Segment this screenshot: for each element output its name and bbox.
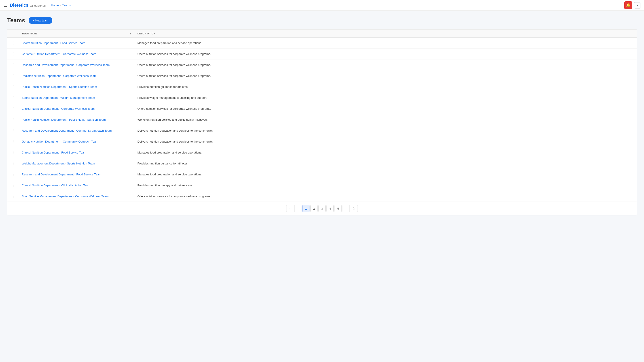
row-team-name: Weight Management Department - Sports Nu…	[19, 158, 126, 169]
row-description: Manages food preparation and service ope…	[134, 169, 636, 180]
breadcrumb: Home » Teams	[51, 3, 71, 7]
row-menu-cell: ⋮	[8, 180, 19, 191]
table-row: ⋮Research and Development Department - C…	[8, 59, 636, 70]
row-menu-button[interactable]: ⋮	[10, 171, 16, 177]
col-header-filter[interactable]: ▼	[126, 29, 134, 37]
pagination-next[interactable]: ›	[342, 205, 350, 212]
row-menu-button[interactable]: ⋮	[10, 138, 16, 145]
team-link[interactable]: Clinical Nutrition Department - Corporat…	[22, 107, 94, 110]
pagination-page-5[interactable]: 5	[334, 205, 342, 212]
row-filter-cell	[126, 114, 134, 125]
row-menu-button[interactable]: ⋮	[10, 149, 16, 156]
row-menu-cell: ⋮	[8, 125, 19, 136]
row-menu-cell: ⋮	[8, 136, 19, 147]
breadcrumb-current: Teams	[62, 3, 71, 7]
col-header-description: DESCRIPTION	[134, 29, 636, 37]
row-menu-button[interactable]: ⋮	[10, 160, 16, 166]
team-link[interactable]: Research and Development Department - Co…	[22, 63, 110, 67]
notifications-button[interactable]: 🔔	[624, 1, 632, 9]
row-menu-cell: ⋮	[8, 169, 19, 180]
table-row: ⋮Clinical Nutrition Department - Food Se…	[8, 147, 636, 158]
team-link[interactable]: Sports Nutrition Department - Food Servi…	[22, 41, 85, 45]
table-row: ⋮Clinical Nutrition Department - Corpora…	[8, 103, 636, 114]
page-header: Teams + New team	[7, 17, 637, 24]
row-team-name: Clinical Nutrition Department - Food Ser…	[19, 147, 126, 158]
row-team-name: Research and Development Department - Co…	[19, 125, 126, 136]
pagination-last[interactable]: ⟩|	[350, 205, 358, 212]
row-menu-button[interactable]: ⋮	[10, 127, 16, 134]
row-menu-cell: ⋮	[8, 70, 19, 81]
row-team-name: Sports Nutrition Department - Food Servi…	[19, 37, 126, 48]
team-link[interactable]: Pediatric Nutrition Department - Corpora…	[22, 74, 96, 77]
row-menu-button[interactable]: ⋮	[10, 105, 16, 112]
page-content: Teams + New team TEAM NAME ▼ DESCRIPTION	[0, 11, 644, 222]
pagination-first[interactable]: ⟨	[286, 205, 294, 212]
pagination-page-4[interactable]: 4	[326, 205, 334, 212]
table-row: ⋮Research and Development Department - C…	[8, 125, 636, 136]
row-description: Provides nutrition therapy and patient c…	[134, 180, 636, 191]
col-header-teamname: TEAM NAME	[19, 29, 126, 37]
row-description: Provides weight management counseling an…	[134, 92, 636, 103]
row-description: Works on nutrition policies and public h…	[134, 114, 636, 125]
row-team-name: Public Health Nutrition Department - Spo…	[19, 81, 126, 92]
row-menu-button[interactable]: ⋮	[10, 40, 16, 46]
pagination-page-3[interactable]: 3	[318, 205, 326, 212]
row-filter-cell	[126, 92, 134, 103]
row-filter-cell	[126, 48, 134, 59]
team-link[interactable]: Food Service Management Department - Cor…	[22, 195, 108, 198]
table-row: ⋮Public Health Nutrition Department - Sp…	[8, 81, 636, 92]
pagination-prev[interactable]: ‹	[294, 205, 302, 212]
row-menu-button[interactable]: ⋮	[10, 116, 16, 123]
brand: Dietetics OfficeSeries	[10, 3, 46, 8]
table-row: ⋮Sports Nutrition Department - Weight Ma…	[8, 92, 636, 103]
team-link[interactable]: Geriatric Nutrition Department - Corpora…	[22, 52, 96, 56]
menu-icon[interactable]: ☰	[4, 3, 7, 8]
team-link[interactable]: Research and Development Department - Co…	[22, 129, 112, 132]
row-menu-button[interactable]: ⋮	[10, 73, 16, 79]
pagination-page-1[interactable]: 1	[302, 205, 310, 212]
new-team-button[interactable]: + New team	[28, 17, 52, 24]
filter-icon[interactable]: ▼	[129, 32, 132, 35]
team-link[interactable]: Public Health Nutrition Department - Spo…	[22, 85, 97, 88]
row-menu-cell: ⋮	[8, 59, 19, 70]
row-menu-button[interactable]: ⋮	[10, 193, 16, 199]
row-filter-cell	[126, 191, 134, 202]
row-filter-cell	[126, 180, 134, 191]
team-link[interactable]: Weight Management Department - Sports Nu…	[22, 162, 95, 165]
row-menu-button[interactable]: ⋮	[10, 182, 16, 188]
row-menu-button[interactable]: ⋮	[10, 84, 16, 90]
brand-sub: OfficeSeries	[30, 4, 46, 7]
row-menu-button[interactable]: ⋮	[10, 94, 16, 101]
table-row: ⋮Public Health Nutrition Department - Pu…	[8, 114, 636, 125]
row-menu-cell: ⋮	[8, 114, 19, 125]
row-description: Offers nutrition services for corporate …	[134, 48, 636, 59]
row-menu-button[interactable]: ⋮	[10, 51, 16, 57]
row-description: Manages food preparation and service ope…	[134, 37, 636, 48]
table-row: ⋮Sports Nutrition Department - Food Serv…	[8, 37, 636, 48]
row-filter-cell	[126, 136, 134, 147]
user-dropdown[interactable]: ▼	[634, 2, 640, 8]
row-menu-cell: ⋮	[8, 37, 19, 48]
team-link[interactable]: Clinical Nutrition Department - Food Ser…	[22, 151, 86, 154]
breadcrumb-home[interactable]: Home	[51, 3, 59, 7]
breadcrumb-sep: »	[60, 3, 61, 7]
row-menu-button[interactable]: ⋮	[10, 62, 16, 68]
row-filter-cell	[126, 158, 134, 169]
row-team-name: Sports Nutrition Department - Weight Man…	[19, 92, 126, 103]
team-link[interactable]: Public Health Nutrition Department - Pub…	[22, 118, 106, 121]
team-link[interactable]: Clinical Nutrition Department - Clinical…	[22, 184, 90, 187]
pagination-page-2[interactable]: 2	[310, 205, 318, 212]
team-link[interactable]: Sports Nutrition Department - Weight Man…	[22, 96, 95, 99]
teams-table-container: TEAM NAME ▼ DESCRIPTION ⋮Sports Nutritio…	[7, 29, 637, 215]
row-menu-cell: ⋮	[8, 103, 19, 114]
row-filter-cell	[126, 81, 134, 92]
row-description: Provides nutrition guidance for athletes…	[134, 81, 636, 92]
row-menu-cell: ⋮	[8, 158, 19, 169]
team-link[interactable]: Geriatric Nutrition Department - Communi…	[22, 140, 98, 143]
row-filter-cell	[126, 37, 134, 48]
table-row: ⋮Food Service Management Department - Co…	[8, 191, 636, 202]
table-header: TEAM NAME ▼ DESCRIPTION	[8, 29, 636, 37]
team-link[interactable]: Research and Development Department - Fo…	[22, 173, 101, 176]
row-team-name: Research and Development Department - Co…	[19, 59, 126, 70]
row-team-name: Geriatric Nutrition Department - Corpora…	[19, 48, 126, 59]
